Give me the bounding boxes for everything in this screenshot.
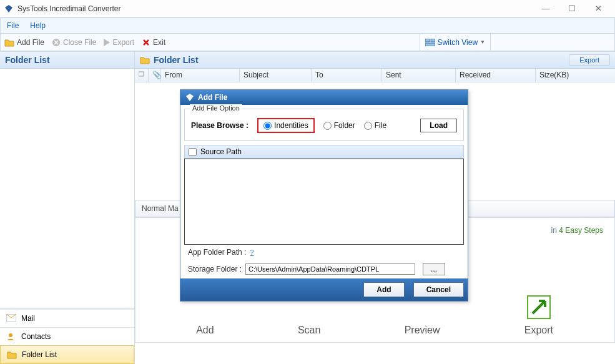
svg-marker-0 bbox=[5, 5, 12, 12]
cancel-button[interactable]: Cancel bbox=[413, 282, 464, 297]
svg-marker-2 bbox=[104, 39, 110, 46]
dialog-icon bbox=[185, 93, 194, 102]
minimize-button[interactable]: — bbox=[533, 1, 559, 17]
mail-icon bbox=[6, 314, 16, 323]
switch-view-button[interactable]: Switch View ▼ bbox=[420, 34, 491, 51]
option-label: Indentities bbox=[274, 121, 308, 130]
source-path-list[interactable] bbox=[184, 159, 464, 245]
close-button[interactable]: ✕ bbox=[585, 1, 611, 17]
option-label: Folder bbox=[334, 121, 355, 130]
source-path-header: Source Path bbox=[184, 145, 464, 159]
steps-title: in 4 Easy Steps bbox=[551, 220, 603, 237]
option-label: File bbox=[375, 121, 386, 130]
column-received[interactable]: Received bbox=[456, 69, 536, 82]
menu-file[interactable]: File bbox=[7, 21, 19, 30]
close-file-icon bbox=[52, 38, 61, 47]
step-label: Add bbox=[196, 325, 214, 336]
sidebar-item-folder-list[interactable]: Folder List bbox=[0, 345, 134, 364]
menu-help[interactable]: Help bbox=[30, 21, 46, 30]
play-icon bbox=[104, 39, 110, 46]
column-from[interactable]: From bbox=[161, 69, 240, 82]
help-icon[interactable]: ? bbox=[250, 248, 253, 256]
svg-point-7 bbox=[9, 333, 12, 337]
folder-add-icon bbox=[4, 38, 14, 47]
column-subject[interactable]: Subject bbox=[240, 69, 312, 82]
source-path-checkbox[interactable] bbox=[189, 148, 197, 156]
chevron-down-icon: ▼ bbox=[480, 39, 485, 45]
step-label: Preview bbox=[405, 325, 440, 336]
toolbar: Add File Close File Export Exit Switch V… bbox=[0, 34, 615, 51]
option-file[interactable]: File bbox=[364, 121, 386, 130]
fieldset-legend: Add File Option bbox=[190, 104, 242, 112]
content-title: Folder List bbox=[154, 55, 199, 65]
add-file-label: Add File bbox=[17, 38, 44, 47]
sidebar-header: Folder List bbox=[0, 52, 134, 69]
exit-label: Exit bbox=[153, 38, 165, 47]
export-button[interactable]: Export bbox=[104, 38, 134, 47]
column-checkbox[interactable] bbox=[135, 69, 149, 82]
folder-icon bbox=[140, 56, 150, 64]
add-button[interactable]: Add bbox=[363, 282, 404, 297]
add-file-dialog: Add File Add File Option Please Browse :… bbox=[180, 89, 468, 302]
sidebar-item-label: Mail bbox=[21, 314, 35, 323]
column-headers: 📎 From Subject To Sent Received Size(KB) bbox=[135, 69, 615, 82]
export-top-button[interactable]: Export bbox=[569, 54, 610, 66]
svg-rect-3 bbox=[425, 39, 430, 42]
column-attachment[interactable]: 📎 bbox=[149, 69, 161, 82]
export-label: Export bbox=[112, 38, 134, 47]
exit-icon bbox=[142, 38, 150, 47]
step-label: Export bbox=[524, 325, 553, 336]
sidebar-item-contacts[interactable]: Contacts bbox=[0, 327, 134, 345]
svg-rect-8 bbox=[139, 72, 144, 76]
column-size[interactable]: Size(KB) bbox=[536, 69, 615, 82]
column-to[interactable]: To bbox=[312, 69, 382, 82]
sidebar-item-label: Contacts bbox=[21, 332, 51, 341]
sidebar: Folder List Mail Contacts Folder List bbox=[0, 52, 135, 364]
add-file-button[interactable]: Add File bbox=[4, 38, 44, 47]
step-preview: Preview bbox=[405, 325, 440, 336]
svg-rect-5 bbox=[425, 43, 435, 46]
option-identities[interactable]: Indentities bbox=[257, 118, 315, 133]
title-bar: SysTools Incredimail Converter — ☐ ✕ bbox=[0, 0, 615, 17]
option-folder[interactable]: Folder bbox=[323, 121, 355, 130]
menu-bar: File Help bbox=[0, 17, 615, 34]
sidebar-item-mail[interactable]: Mail bbox=[0, 309, 134, 327]
sidebar-item-label: Folder List bbox=[22, 350, 57, 359]
app-icon bbox=[4, 4, 14, 14]
svg-rect-4 bbox=[431, 39, 435, 42]
switch-view-label: Switch View bbox=[438, 38, 478, 47]
switch-view-icon bbox=[425, 39, 435, 46]
window-title: SysTools Incredimail Converter bbox=[17, 4, 121, 13]
close-file-label: Close File bbox=[63, 38, 96, 47]
load-button[interactable]: Load bbox=[420, 119, 457, 132]
export-arrow-icon bbox=[524, 292, 554, 322]
steps-title-prefix: in bbox=[551, 226, 559, 235]
folder-icon bbox=[7, 350, 17, 359]
svg-marker-10 bbox=[186, 94, 194, 101]
close-file-button[interactable]: Close File bbox=[52, 38, 96, 47]
maximize-button[interactable]: ☐ bbox=[559, 1, 585, 17]
steps-title-main: 4 Easy Steps bbox=[559, 226, 603, 235]
sidebar-tree[interactable] bbox=[0, 69, 134, 309]
step-scan: Scan bbox=[298, 325, 320, 336]
browse-label: Please Browse : bbox=[191, 121, 248, 130]
storage-folder-input[interactable] bbox=[245, 263, 415, 275]
column-sent[interactable]: Sent bbox=[382, 69, 456, 82]
dialog-title-bar[interactable]: Add File bbox=[180, 90, 468, 105]
step-label: Scan bbox=[298, 325, 320, 336]
radio-identities[interactable] bbox=[263, 122, 272, 130]
step-add: Add bbox=[196, 325, 214, 336]
exit-button[interactable]: Exit bbox=[142, 38, 165, 47]
app-folder-label: App Folder Path : bbox=[188, 248, 246, 257]
radio-file[interactable] bbox=[364, 122, 372, 130]
dialog-title: Add File bbox=[198, 93, 227, 102]
browse-button[interactable]: ... bbox=[423, 263, 445, 275]
radio-folder[interactable] bbox=[323, 122, 332, 130]
step-export: Export bbox=[524, 292, 554, 336]
content-header: Folder List Export bbox=[135, 52, 615, 69]
attachment-icon: 📎 bbox=[152, 71, 162, 79]
contacts-icon bbox=[6, 332, 16, 341]
storage-folder-label: Storage Folder : bbox=[188, 265, 242, 273]
source-path-label: Source Path bbox=[200, 147, 242, 156]
